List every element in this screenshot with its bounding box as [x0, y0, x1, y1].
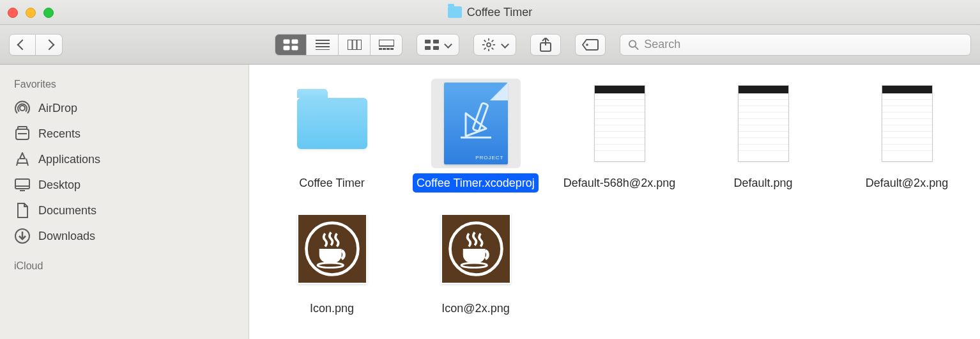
gallery-view-icon: [379, 40, 394, 50]
svg-rect-18: [425, 46, 431, 50]
sidebar-section-favorites: Favorites: [0, 79, 249, 90]
file-thumb: [575, 79, 664, 168]
folder-icon: [297, 98, 367, 149]
window-title: Coffee Timer: [0, 6, 980, 19]
svg-rect-7: [316, 49, 330, 50]
view-columns-button[interactable]: [339, 34, 371, 56]
png-icon: [594, 85, 645, 162]
file-item-png[interactable]: Default-568h@2x.png: [551, 76, 688, 193]
sidebar-item-airdrop[interactable]: AirDrop: [0, 95, 249, 121]
chevron-down-icon: [501, 40, 509, 49]
airdrop-icon: [14, 100, 31, 116]
search-input[interactable]: [644, 38, 963, 51]
view-gallery-button[interactable]: [371, 34, 402, 56]
svg-point-32: [629, 40, 636, 47]
action-dropdown[interactable]: [473, 34, 516, 56]
file-name: Coffee Timer.xcodeproj: [413, 173, 539, 193]
nav-back-button[interactable]: [9, 34, 36, 56]
share-button[interactable]: [530, 34, 561, 56]
svg-point-20: [487, 43, 491, 47]
svg-point-47: [318, 263, 343, 267]
view-icon-button[interactable]: [275, 34, 307, 56]
share-icon: [540, 38, 551, 52]
svg-rect-11: [379, 40, 394, 46]
svg-line-33: [635, 46, 638, 49]
png-icon: [738, 85, 789, 162]
file-item-xcodeproj[interactable]: PROJECT Coffee Timer.xcodeproj: [407, 76, 544, 193]
search-field[interactable]: [620, 34, 971, 56]
folder-icon: [448, 6, 462, 18]
svg-point-31: [586, 43, 588, 46]
svg-rect-1: [292, 40, 298, 43]
svg-rect-6: [316, 46, 330, 47]
svg-rect-12: [379, 48, 382, 50]
sidebar-item-recents[interactable]: Recents: [0, 121, 249, 146]
sidebar-item-desktop[interactable]: Desktop: [0, 172, 249, 198]
svg-rect-8: [348, 40, 362, 50]
tags-button[interactable]: [575, 34, 606, 56]
svg-point-49: [461, 263, 487, 267]
sidebar-item-documents[interactable]: Documents: [0, 198, 249, 223]
file-grid-area[interactable]: Coffee Timer PROJECT Coffee Timer.xcodep…: [249, 65, 980, 339]
icon-view-icon: [283, 39, 298, 51]
column-view-icon: [348, 40, 362, 50]
file-thumb: [862, 79, 952, 168]
sidebar-item-label: Documents: [38, 204, 96, 217]
sidebar-item-label: Applications: [38, 153, 100, 166]
file-thumb: PROJECT: [431, 79, 521, 168]
png-icon: [882, 85, 933, 162]
sidebar-item-label: Recents: [38, 127, 80, 141]
xcodeproj-icon: PROJECT: [444, 83, 508, 164]
svg-rect-4: [316, 40, 330, 41]
svg-rect-3: [292, 46, 298, 50]
file-item-folder[interactable]: Coffee Timer: [263, 76, 401, 193]
svg-rect-39: [15, 179, 29, 189]
file-thumb: [719, 79, 808, 168]
file-item-png[interactable]: Icon.png: [263, 201, 401, 318]
window-title-text: Coffee Timer: [467, 6, 533, 19]
file-name: Icon.png: [306, 299, 358, 318]
toolbar: [0, 25, 980, 65]
tag-icon: [582, 39, 599, 51]
svg-rect-17: [433, 40, 439, 43]
sidebar-item-applications[interactable]: Applications: [0, 146, 249, 172]
svg-rect-36: [18, 127, 27, 129]
titlebar: Coffee Timer: [0, 0, 980, 25]
svg-rect-2: [284, 46, 289, 50]
svg-rect-15: [390, 48, 394, 50]
svg-line-26: [492, 47, 494, 49]
svg-rect-14: [387, 48, 390, 50]
group-by-dropdown[interactable]: [417, 34, 459, 56]
view-mode-group: [275, 34, 402, 56]
chevron-down-icon: [444, 40, 452, 49]
svg-rect-5: [316, 43, 330, 44]
applications-icon: [14, 151, 31, 168]
file-item-png[interactable]: Icon@2x.png: [407, 201, 544, 318]
nav-forward-button[interactable]: [36, 34, 63, 56]
file-item-png[interactable]: Default@2x.png: [838, 76, 976, 193]
sidebar-item-downloads[interactable]: Downloads: [0, 223, 249, 249]
view-list-button[interactable]: [307, 34, 339, 56]
zoom-window-button[interactable]: [43, 8, 54, 18]
svg-rect-16: [425, 40, 431, 43]
svg-line-25: [484, 40, 486, 42]
documents-icon: [14, 202, 31, 219]
sidebar-item-label: AirDrop: [38, 102, 77, 115]
group-icon: [425, 40, 439, 50]
nav-group: [9, 34, 63, 56]
search-icon: [628, 39, 639, 51]
xcode-doc-label: PROJECT: [475, 155, 503, 161]
sidebar: Favorites AirDrop Recents: [0, 65, 249, 339]
svg-rect-0: [284, 40, 289, 43]
file-item-png[interactable]: Default.png: [694, 76, 832, 193]
body: Favorites AirDrop Recents: [0, 65, 980, 339]
file-thumb: [431, 204, 521, 294]
minimize-window-button[interactable]: [26, 8, 36, 18]
file-name: Default.png: [730, 173, 796, 193]
file-name: Default-568h@2x.png: [560, 173, 679, 193]
file-thumb: [287, 204, 377, 294]
sidebar-item-label: Desktop: [38, 178, 80, 192]
file-grid: Coffee Timer PROJECT Coffee Timer.xcodep…: [263, 76, 966, 319]
close-window-button[interactable]: [8, 8, 18, 18]
list-view-icon: [316, 40, 330, 50]
